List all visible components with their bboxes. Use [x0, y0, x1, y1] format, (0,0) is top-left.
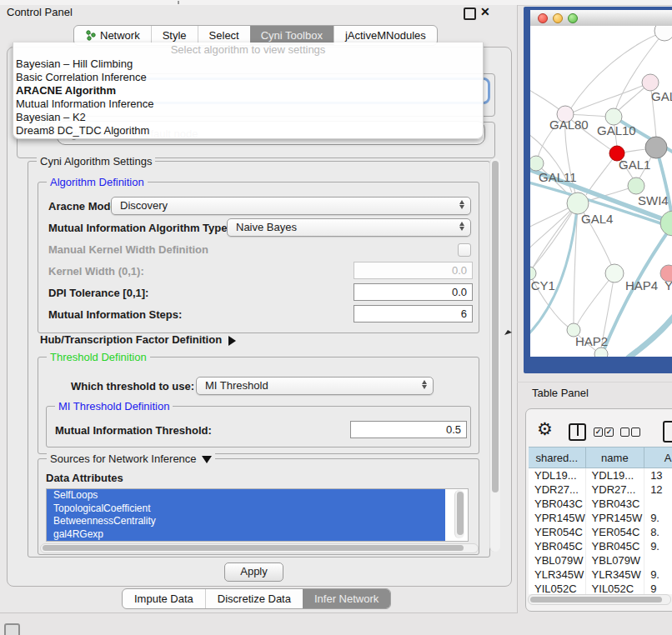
network-edge[interactable] — [530, 203, 578, 272]
node-top-partial[interactable] — [654, 26, 672, 41]
table-row[interactable]: YLR345WYLR345W9. — [529, 568, 672, 582]
node-table[interactable]: shared...nameA YDL19...YDL19...13YDR27..… — [529, 447, 672, 594]
settings-scrollbar-thumb[interactable] — [492, 161, 499, 492]
tab-discretize-data[interactable]: Discretize Data — [205, 589, 303, 608]
minimized-panel-icon[interactable] — [4, 623, 20, 635]
node-pink[interactable] — [642, 74, 659, 91]
kernel-width-label: Kernel Width (0,1): — [48, 265, 144, 278]
hub-definition-toggle[interactable]: Hub/Transcription Factor Definition — [40, 333, 236, 346]
attributes-list-hscrollbar[interactable] — [40, 543, 479, 553]
table-cell: 9. — [644, 511, 672, 525]
table-cell: YLR345W — [529, 568, 586, 582]
minimize-traffic-light-icon[interactable] — [553, 13, 563, 23]
data-attributes-label: Data Attributes — [46, 472, 123, 484]
select-all-icon[interactable]: ✓ — [604, 428, 614, 437]
table-row[interactable]: YER054CYER054C8. — [529, 525, 672, 539]
deselect-all-icon[interactable] — [620, 428, 629, 437]
settings-gear-icon[interactable]: ⚙ — [537, 419, 553, 439]
table-cell: 12 — [644, 482, 672, 497]
table-row[interactable]: YBR043CYBR043C — [529, 497, 672, 511]
attribute-list-item[interactable]: TopologicalCoefficient — [47, 502, 445, 516]
table-row[interactable]: YIL052CYIL052C9 — [529, 582, 672, 594]
algorithm-option[interactable]: ARACNE Algorithm — [13, 84, 483, 98]
node-hap4[interactable] — [605, 264, 624, 282]
algorithm-option[interactable]: Basic Correlation Inference — [13, 71, 483, 84]
node-label: HAP4 — [625, 278, 658, 292]
attribute-list-item[interactable]: gal4RGexp — [47, 528, 445, 542]
table-row[interactable]: YBR045CYBR045C9. — [529, 539, 672, 553]
algorithm-option[interactable]: Bayesian – Hill Climbing — [13, 58, 483, 71]
attributes-list-hscrollbar-thumb[interactable] — [43, 545, 464, 551]
attribute-list-item[interactable]: BetweennessCentrality — [47, 515, 445, 528]
mi-algorithm-type-combo[interactable]: Naive Bayes — [227, 218, 471, 237]
mi-threshold-field[interactable]: 0.5 — [350, 421, 467, 438]
table-cell: YBL079W — [586, 553, 645, 568]
attribute-list-item[interactable]: SelfLoops — [47, 489, 445, 502]
show-columns-icon[interactable] — [569, 423, 586, 441]
network-edge[interactable] — [532, 203, 578, 269]
algorithm-option[interactable]: Dream8 DC_TDC Algorithm — [13, 124, 483, 138]
table-cell: YDR27... — [586, 482, 645, 497]
node-bottom[interactable] — [594, 348, 608, 357]
close-icon[interactable]: ✕ — [480, 5, 490, 18]
table-column-header[interactable]: A — [644, 447, 672, 468]
mi-steps-field[interactable]: 6 — [354, 305, 473, 322]
mi-threshold-definition-label: MI Threshold Definition — [55, 400, 173, 412]
table-cell: YIL052C — [529, 582, 586, 594]
table-cell: YDL19... — [529, 468, 586, 482]
algorithm-option[interactable]: Bayesian – K2 — [13, 111, 483, 124]
network-window-titlebar[interactable] — [530, 10, 672, 27]
table-cell: YBR045C — [586, 539, 645, 553]
network-edge[interactable] — [573, 82, 650, 112]
tab-impute-data[interactable]: Impute Data — [123, 589, 205, 608]
cyni-algorithm-settings-label: Cyni Algorithm Settings — [37, 155, 155, 168]
kernel-width-field[interactable]: 0.0 — [354, 262, 473, 279]
attributes-list-vscrollbar-thumb[interactable] — [457, 492, 464, 535]
document-icon[interactable] — [663, 421, 672, 442]
node-label: GAL — [651, 89, 672, 103]
node-label: GAL10 — [597, 123, 636, 138]
network-edge-highlighted[interactable] — [629, 317, 672, 357]
float-window-icon[interactable] — [464, 8, 476, 20]
which-threshold-combo[interactable]: MI Threshold — [196, 377, 434, 395]
tab-network-label: Network — [100, 29, 140, 42]
node-label: GCY1 — [530, 278, 555, 292]
table-row[interactable]: YBL079WYBL079W — [529, 553, 672, 568]
network-edge-highlighted[interactable] — [530, 209, 577, 334]
table-column-header[interactable]: shared... — [529, 447, 586, 468]
table-row[interactable]: YDR27...YDR27...12 — [529, 482, 672, 497]
dpi-tolerance-field[interactable]: 0.0 — [354, 283, 473, 301]
node-gray[interactable] — [645, 137, 667, 158]
deselect-all-icon[interactable] — [631, 428, 640, 437]
node-label: SWI4 — [638, 193, 669, 208]
table-row[interactable]: YPR145WYPR145W9. — [529, 511, 672, 525]
table-cell: YBL079W — [529, 553, 586, 568]
sources-group-label[interactable]: Sources for Network Inference — [47, 452, 215, 465]
table-panel-title: Table Panel — [532, 387, 589, 399]
network-canvas[interactable]: GALGAL80GAL10GAL1GAL11SWI4GAL4GCY1HAP4YH… — [530, 26, 672, 357]
select-all-icon[interactable]: ✓ — [594, 428, 603, 437]
table-cell: YDR27... — [529, 482, 586, 497]
node-gal1[interactable] — [628, 178, 644, 194]
node-gal10[interactable] — [605, 108, 622, 125]
zoom-traffic-light-icon[interactable] — [568, 13, 578, 23]
settings-scrollbar[interactable] — [489, 158, 500, 552]
table-column-header[interactable]: name — [586, 447, 645, 468]
table-hscrollbar[interactable] — [528, 594, 671, 605]
data-attributes-list[interactable]: SelfLoopsTopologicalCoefficientBetweenne… — [46, 488, 469, 542]
aracne-mode-combo[interactable]: Discovery — [111, 197, 471, 215]
expand-right-icon — [228, 336, 236, 346]
manual-kernel-width-label: Manual Kernel Width Definition — [48, 243, 208, 256]
node-swi4[interactable] — [660, 211, 672, 236]
close-traffic-light-icon[interactable] — [538, 13, 548, 23]
table-cell: YLR345W — [586, 568, 645, 582]
table-row[interactable]: YDL19...YDL19...13 — [529, 468, 672, 482]
node-label: GAL4 — [581, 212, 613, 226]
algorithm-option[interactable]: Mutual Information Inference — [13, 98, 483, 111]
manual-kernel-width-checkbox[interactable] — [458, 243, 471, 257]
table-hscrollbar-thumb[interactable] — [530, 597, 662, 602]
attributes-list-vscrollbar[interactable] — [454, 490, 464, 538]
apply-button[interactable]: Apply — [224, 562, 283, 582]
node-gal11[interactable] — [530, 156, 544, 171]
tab-infer-network[interactable]: Infer Network — [303, 589, 390, 608]
